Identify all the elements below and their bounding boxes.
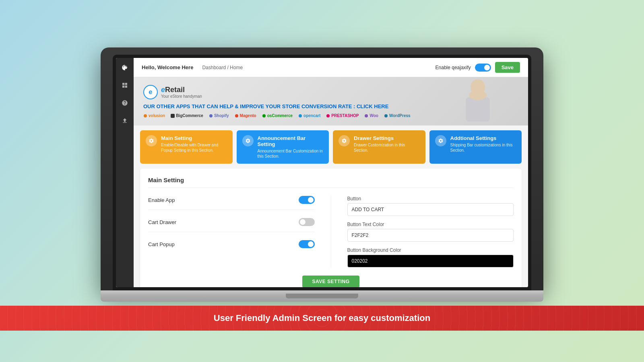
card-announcement-text: Announcement Bar Setting Announcement Ba… (258, 135, 324, 159)
welcome-name: Welcome Here (157, 64, 193, 70)
svg-rect-1 (466, 97, 490, 121)
form-grid: Enable App Cart Drawer Cart Popup (148, 196, 514, 267)
card-drawer-title: Drawer Settings (354, 135, 420, 141)
svg-point-3 (144, 114, 147, 117)
card-drawer-icon (339, 135, 350, 146)
laptop-base (101, 290, 543, 302)
form-right-column: Button Button Text Color Button Backgrou… (347, 196, 514, 267)
button-bg-color-label: Button Background Color (347, 247, 514, 253)
enable-toggle[interactable] (475, 64, 491, 72)
platform-bigcommerce: BigCommerce (171, 113, 203, 118)
sidebar-icon-upload[interactable] (119, 115, 130, 126)
button-field-label: Button (347, 196, 514, 202)
platform-shopify: Shopify (209, 113, 229, 118)
cart-drawer-row: Cart Drawer (148, 218, 315, 232)
card-drawer-text: Drawer Settings Drawer Customization in … (354, 135, 420, 153)
logo-subtitle: Your eStore handyman (161, 94, 202, 99)
logo-icon: e (143, 85, 158, 99)
platform-opencart: opencart (298, 113, 320, 118)
card-main-setting[interactable]: Main Setting Enable/Disable with Drawer … (140, 130, 233, 164)
main-setting-form: Main Setting Enable App Cart Drawer (140, 169, 522, 287)
enable-app-row: Enable App (148, 196, 315, 210)
form-divider (331, 196, 331, 267)
bottom-banner: User Friendly Admin Screen for easy cust… (0, 306, 644, 331)
card-additional-icon (435, 135, 446, 146)
card-main-text: Main Setting Enable/Disable with Drawer … (161, 135, 227, 153)
eretail-logo: e eRetail Your eStore handyman (143, 85, 411, 99)
settings-cards-row: Main Setting Enable/Disable with Drawer … (134, 125, 528, 169)
logo-text: eRetail Your eStore handyman (161, 86, 202, 99)
platform-wordpress: WordPress (384, 113, 411, 118)
cart-popup-toggle[interactable] (299, 240, 315, 248)
enable-app-toggle[interactable] (299, 196, 315, 204)
cart-popup-label: Cart Popup (148, 241, 175, 247)
cart-drawer-toggle[interactable] (299, 218, 315, 226)
card-announcement-title: Announcement Bar Setting (258, 135, 324, 147)
card-additional-desc: Shipping Bar customizations in this Sect… (450, 142, 516, 153)
enable-qeajaxify-label: Enable qeajaxify (436, 65, 471, 70)
button-text-color-group: Button Text Color (347, 222, 514, 242)
card-announcement-desc: Announcement Bar Customization in this S… (258, 148, 324, 159)
button-text-color-label: Button Text Color (347, 222, 514, 227)
card-drawer[interactable]: Drawer Settings Drawer Customization in … (333, 130, 425, 164)
platform-oscommerce: osCommerce (262, 113, 293, 118)
card-additional[interactable]: Addtional Settings Shipping Bar customiz… (429, 130, 522, 164)
svg-point-8 (299, 114, 302, 117)
platform-magento: Magento (235, 113, 256, 118)
save-button[interactable]: Save (495, 62, 520, 73)
card-additional-text: Addtional Settings Shipping Bar customiz… (450, 135, 516, 153)
card-drawer-desc: Drawer Customization in this Section. (354, 142, 420, 153)
card-main-desc: Enable/Disable with Drawer and Popup Set… (161, 142, 227, 153)
platform-volusion: volusion (143, 113, 165, 118)
button-bg-color-input[interactable] (347, 255, 514, 267)
laptop-screen: Hello, Welcome Here Dashboard / Home Ena… (116, 58, 528, 287)
platform-logos: volusion BigCommerce Shopify (143, 113, 411, 118)
button-field-group: Button (347, 196, 514, 216)
breadcrumb: Dashboard / Home (202, 65, 243, 70)
laptop-shell: Hello, Welcome Here Dashboard / Home Ena… (101, 47, 543, 290)
enable-app-label: Enable App (148, 197, 175, 203)
greeting: Hello, Welcome Here (142, 64, 193, 70)
topbar-right: Enable qeajaxify Save (436, 62, 520, 73)
topbar-left: Hello, Welcome Here Dashboard / Home (142, 64, 243, 70)
sidebar-icon-help[interactable] (119, 97, 130, 109)
sidebar-icon-grid[interactable] (119, 80, 130, 91)
platform-woo: Woo (364, 113, 378, 118)
svg-point-10 (365, 114, 368, 117)
button-bg-color-group: Button Background Color (347, 247, 514, 267)
card-additional-title: Addtional Settings (450, 135, 516, 141)
button-text-input[interactable] (347, 203, 514, 216)
form-section-title: Main Setting (148, 177, 514, 188)
svg-point-9 (326, 114, 330, 117)
card-announcement-icon (242, 135, 254, 146)
logo-name: eRetail (161, 86, 202, 94)
svg-point-6 (235, 114, 238, 117)
form-left-column: Enable App Cart Drawer Cart Popup (148, 196, 315, 267)
main-content: Hello, Welcome Here Dashboard / Home Ena… (134, 58, 528, 287)
screen-bezel: Hello, Welcome Here Dashboard / Home Ena… (113, 55, 531, 290)
cart-popup-row: Cart Popup (148, 240, 315, 254)
banner-content-left: e eRetail Your eStore handyman OUR OTHER… (143, 85, 411, 118)
card-main-title: Main Setting (161, 135, 227, 141)
svg-rect-4 (171, 114, 175, 118)
banner-person-image (452, 77, 504, 125)
svg-point-7 (262, 114, 266, 117)
laptop-hinge (286, 294, 358, 298)
button-text-color-input[interactable] (347, 229, 514, 242)
banner-cta-text[interactable]: OUR OTHER APPS THAT CAN HELP & IMPROVE Y… (143, 103, 393, 109)
svg-point-2 (469, 90, 487, 100)
sidebar (116, 58, 134, 287)
cart-drawer-label: Cart Drawer (148, 219, 176, 225)
topbar: Hello, Welcome Here Dashboard / Home Ena… (134, 58, 528, 77)
svg-point-5 (209, 114, 213, 117)
save-setting-button[interactable]: SAVE SETTING (302, 276, 359, 287)
sidebar-icon-palette[interactable] (119, 62, 130, 73)
promo-banner[interactable]: e eRetail Your eStore handyman OUR OTHER… (134, 77, 528, 125)
card-announcement[interactable]: Announcement Bar Setting Announcement Ba… (237, 130, 329, 164)
bottom-banner-text: User Friendly Admin Screen for easy cust… (7, 313, 637, 323)
svg-point-11 (384, 114, 388, 117)
platform-prestashop: PRESTASHOP (326, 113, 359, 118)
card-main-icon (146, 135, 157, 146)
